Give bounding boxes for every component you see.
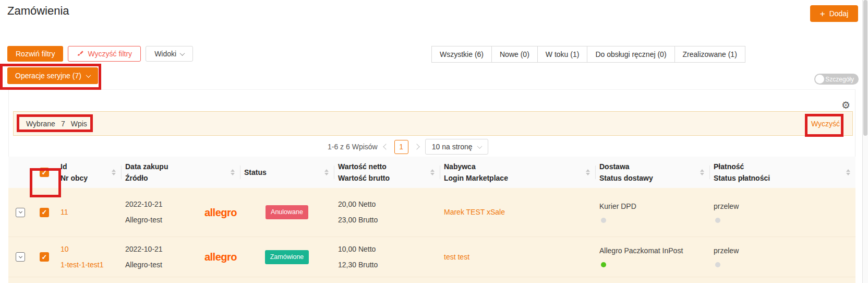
filter-toolbar: Rozwiń filtry Wyczyść filtry Widoki — [7, 46, 193, 62]
toggle-knob — [815, 75, 824, 84]
header-id-line2: Nr obcy — [61, 173, 88, 183]
selection-unit: Wpis — [71, 120, 87, 128]
previous-page-icon[interactable] — [383, 144, 389, 149]
tab-in-progress[interactable]: W toku (1) — [537, 46, 588, 63]
payment-status-dot — [715, 262, 720, 267]
value-brutto: 23,00 Brutto — [338, 216, 440, 225]
per-page-label: 10 na stronę — [432, 143, 473, 151]
cell-delivery: Kurier DPD — [595, 188, 709, 237]
payment-method: przelew — [714, 202, 855, 211]
status-badge: Zamówione — [265, 250, 309, 264]
page-title: Zamówienia — [7, 4, 69, 18]
header-id-line1: Id — [61, 162, 88, 172]
cell-buyer: test test — [440, 237, 595, 277]
cell-id: 10 1-test-1-test1 — [56, 237, 121, 277]
buyer-link[interactable]: Marek TEST xSale — [444, 208, 595, 217]
delivery-status-dot — [601, 262, 606, 267]
buyer-link[interactable]: test test — [444, 253, 595, 262]
views-label: Widoki — [154, 50, 176, 58]
delivery-status-dot — [601, 218, 606, 223]
views-dropdown[interactable]: Widoki — [146, 46, 193, 62]
foreign-id-link[interactable]: 1-test-1-test1 — [61, 261, 121, 269]
header-value-line1: Wartość netto — [338, 162, 390, 172]
check-icon: ✓ — [42, 169, 47, 176]
delivery-method: Kurier DPD — [599, 202, 709, 211]
header-payment-line1: Płatność — [714, 162, 770, 172]
sort-icon[interactable] — [586, 169, 590, 175]
cell-value: 20,00 Netto 23,00 Brutto — [334, 188, 440, 237]
check-icon: ✓ — [42, 208, 47, 217]
header-delivery[interactable]: Dostawa Status dostawy — [595, 157, 709, 188]
row-select-cell: ✓ — [32, 237, 56, 277]
order-id-link[interactable]: 10 — [61, 245, 121, 254]
sort-icon[interactable] — [324, 169, 329, 175]
header-purchase-date[interactable]: Data zakupu Źródło — [121, 157, 240, 188]
header-payment[interactable]: Płatność Status płatności — [709, 157, 855, 188]
sort-icon[interactable] — [231, 169, 235, 175]
pagination: 1-6 z 6 Wpisów 1 10 na stronę — [328, 139, 488, 155]
allegro-logo: allegro — [204, 253, 237, 262]
cell-value: 10,00 Netto 12,30 Brutto — [334, 237, 440, 277]
header-buyer-line1: Nabywca — [444, 162, 508, 172]
clear-selection-button[interactable]: Wyczyść — [811, 120, 840, 128]
chevron-down-icon — [477, 144, 482, 149]
add-order-label: Dodaj — [829, 9, 849, 18]
per-page-dropdown[interactable]: 10 na stronę — [425, 139, 488, 155]
tab-all[interactable]: Wszystkie (6) — [431, 46, 492, 63]
header-buyer[interactable]: Nabywca Login Marketplace — [440, 157, 595, 188]
table-header-row: ✓ Id Nr obcy Data zakupu Źródło Stat — [8, 157, 855, 188]
selection-bar: Wybrane 7 Wpis Wyczyść — [13, 111, 853, 136]
header-delivery-line2: Status dostawy — [599, 173, 653, 183]
tab-manual-handling[interactable]: Do obsługi ręcznej (0) — [587, 46, 674, 63]
sort-icon[interactable] — [112, 169, 116, 175]
cell-id: 11 — [56, 188, 121, 237]
sort-icon[interactable] — [846, 169, 850, 175]
chevron-down-icon — [86, 73, 91, 78]
cell-status: Anulowane — [240, 188, 334, 237]
expand-row-button[interactable] — [16, 252, 25, 262]
expand-row-button[interactable] — [16, 208, 25, 217]
sort-icon[interactable] — [700, 169, 704, 175]
check-icon: ✓ — [42, 253, 47, 262]
payment-status-dot — [715, 218, 720, 223]
details-toggle[interactable]: Szczegóły — [814, 74, 859, 85]
header-expand-cell — [8, 157, 32, 188]
cell-payment: przelew — [709, 188, 855, 237]
value-netto: 20,00 Netto — [338, 200, 440, 209]
header-id[interactable]: Id Nr obcy — [56, 157, 121, 188]
table-row-partial — [8, 277, 855, 283]
clear-filters-label: Wyczyść filtry — [88, 50, 132, 58]
vertical-scrollbar[interactable] — [862, 0, 868, 283]
sort-icon[interactable] — [430, 169, 435, 175]
select-all-checkbox[interactable]: ✓ — [40, 168, 49, 177]
cell-payment: przelew — [709, 237, 855, 277]
add-order-button[interactable]: + Dodaj — [810, 5, 858, 22]
next-page-icon[interactable] — [414, 144, 419, 149]
selection-summary: Wybrane 7 Wpis — [26, 120, 87, 128]
plus-icon: + — [820, 9, 825, 18]
delivery-method: Allegro Paczkomat InPost — [599, 246, 709, 255]
header-date-line2: Źródło — [125, 173, 168, 183]
row-checkbox[interactable]: ✓ — [40, 208, 49, 217]
tab-new[interactable]: Nowe (0) — [491, 46, 538, 63]
row-expand-cell — [8, 237, 32, 277]
cell-date-source: 2022-10-21 Allegro-test allegro — [121, 188, 240, 237]
bulk-operations-dropdown[interactable]: Operacje seryjne (7) — [7, 67, 98, 84]
tab-completed[interactable]: Zrealizowane (1) — [674, 46, 745, 63]
bulk-operations-label: Operacje seryjne (7) — [15, 72, 81, 80]
expand-filters-button[interactable]: Rozwiń filtry — [7, 46, 63, 62]
table-row: ✓ 10 1-test-1-test1 2022-10-21 Allegro-t… — [8, 237, 855, 277]
header-status[interactable]: Status — [240, 157, 334, 188]
table-settings-gear-icon[interactable]: ⚙ — [841, 100, 850, 110]
scrollbar-thumb[interactable] — [863, 0, 867, 136]
value-brutto: 12,30 Brutto — [338, 261, 440, 269]
clear-filters-button[interactable]: Wyczyść filtry — [68, 46, 141, 62]
header-select-all-cell: ✓ — [32, 157, 56, 188]
details-toggle-label: Szczegóły — [825, 76, 854, 83]
row-checkbox[interactable]: ✓ — [40, 252, 49, 262]
header-value[interactable]: Wartość netto Wartość brutto — [334, 157, 440, 188]
row-select-cell: ✓ — [32, 188, 56, 237]
page-number-button[interactable]: 1 — [394, 140, 408, 154]
order-id-link[interactable]: 11 — [61, 208, 121, 217]
cell-delivery: Allegro Paczkomat InPost — [595, 237, 709, 277]
